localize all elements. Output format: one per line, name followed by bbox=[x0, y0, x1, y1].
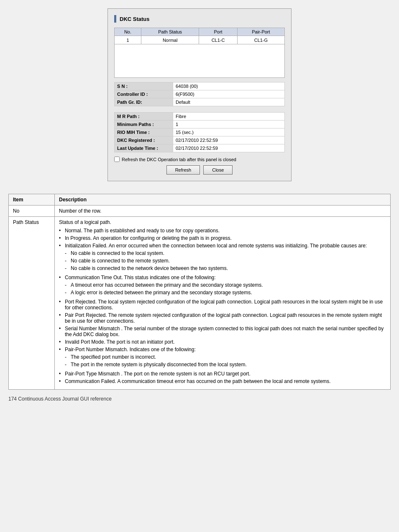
cell-path-status: Normal bbox=[141, 36, 199, 44]
info-row-dkc-registered: DKC Registered : 02/17/2010 22:52:59 bbox=[115, 136, 285, 144]
description-table: Item Description NoNumber of the row.Pat… bbox=[8, 194, 391, 390]
cell-no: 1 bbox=[115, 36, 141, 44]
desc-col-item: Item bbox=[9, 194, 55, 206]
cell-port: CL1-C bbox=[199, 36, 237, 44]
footer-text: 174 Continuous Access Journal GUI refere… bbox=[8, 396, 112, 402]
info-value-last-update: 02/17/2010 22:52:59 bbox=[173, 144, 285, 152]
panel-title-bar: DKC Status bbox=[114, 15, 285, 23]
list-item: Communication Failed. A communication ti… bbox=[59, 378, 386, 385]
desc-table-row: Path StatusStatus of a logical path.Norm… bbox=[9, 217, 391, 390]
info-row-controller-id: Controller ID : 6(F9500) bbox=[115, 90, 285, 98]
list-item: The port in the remote system is physica… bbox=[65, 361, 386, 368]
sub-list: The specified port number is incorrect.T… bbox=[65, 353, 386, 368]
refresh-checkbox[interactable] bbox=[114, 157, 120, 162]
refresh-checkbox-area[interactable]: Refresh the DKC Operation tab after this… bbox=[114, 157, 285, 162]
cell-pair-port: CL1-G bbox=[237, 36, 284, 44]
info-label-sn: S N : bbox=[115, 82, 173, 90]
info-value-min-paths: 1 bbox=[173, 121, 285, 129]
sub-list: A timeout error has occurred between the… bbox=[65, 281, 386, 296]
info-section-1: S N : 64038 (00) Controller ID : 6(F9500… bbox=[114, 82, 285, 106]
list-item: Communication Time Out. This status indi… bbox=[59, 274, 386, 298]
table-row: 1 Normal CL1-C CL1-G bbox=[115, 36, 285, 44]
info-row-last-update: Last Update Time : 02/17/2010 22:52:59 bbox=[115, 144, 285, 152]
list-item: Pair Port Rejected. The remote system re… bbox=[59, 311, 386, 325]
info-row-rio-mih: RIO MIH Time : 15 (sec.) bbox=[115, 129, 285, 136]
info-row-mr-path: M R Path : Fibre bbox=[115, 113, 285, 121]
list-item: Port Rejected. The local system rejected… bbox=[59, 298, 386, 311]
refresh-checkbox-label: Refresh the DKC Operation tab after this… bbox=[122, 157, 236, 162]
col-header-port: Port bbox=[199, 28, 237, 36]
desc-text: Number of the row. bbox=[59, 208, 386, 214]
desc-table-row: NoNumber of the row. bbox=[9, 206, 391, 217]
info-label-rio-mih: RIO MIH Time : bbox=[115, 129, 173, 136]
info-row-min-paths: Minimum Paths : 1 bbox=[115, 121, 285, 129]
info-value-mr-path: Fibre bbox=[173, 113, 285, 121]
info-section-2: M R Path : Fibre Minimum Paths : 1 RIO M… bbox=[114, 112, 285, 152]
info-value-controller-id: 6(F9500) bbox=[173, 90, 285, 98]
list-item: The specified port number is incorrect. bbox=[65, 353, 386, 361]
list-item: Pair-Port Number Mismatch. Indicates one… bbox=[59, 346, 386, 370]
bullet-list: Normal. The path is established and read… bbox=[59, 227, 386, 385]
desc-item-cell: Path Status bbox=[9, 217, 55, 390]
dkc-status-panel: DKC Status No. Path Status Port Pair-Por… bbox=[107, 8, 292, 181]
refresh-button[interactable]: Refresh bbox=[166, 165, 200, 175]
panel-title: DKC Status bbox=[120, 16, 150, 22]
list-item: No cable is connected to the remote syst… bbox=[65, 257, 386, 265]
info-row-sn: S N : 64038 (00) bbox=[115, 82, 285, 90]
sub-list: No cable is connected to the local syste… bbox=[65, 249, 386, 272]
desc-col-description: Description bbox=[55, 194, 391, 206]
col-header-pair-port: Pair-Port bbox=[237, 28, 284, 36]
list-item: No cable is connected to the local syste… bbox=[65, 249, 386, 257]
button-area: Refresh Close bbox=[114, 165, 285, 175]
list-item: No cable is connected to the network dev… bbox=[65, 265, 386, 272]
col-header-no: No. bbox=[115, 28, 141, 36]
list-item: Initialization Failed. An error occurred… bbox=[59, 242, 386, 274]
list-item: A timeout error has occurred between the… bbox=[65, 281, 386, 289]
close-button[interactable]: Close bbox=[203, 165, 233, 175]
info-row-path-gr-id: Path Gr. ID: Default bbox=[115, 98, 285, 106]
desc-item-cell: No bbox=[9, 206, 55, 217]
desc-text: Status of a logical path. bbox=[59, 219, 386, 225]
list-item: In Progress. An operation for configurin… bbox=[59, 234, 386, 242]
list-item: Pair-Port Type Mismatch . The port on th… bbox=[59, 370, 386, 378]
info-label-mr-path: M R Path : bbox=[115, 113, 173, 121]
path-table: No. Path Status Port Pair-Port 1 Normal … bbox=[114, 28, 285, 78]
info-label-dkc-registered: DKC Registered : bbox=[115, 136, 173, 144]
list-item: Serial Number Mismatch . The serial numb… bbox=[59, 325, 386, 338]
info-label-last-update: Last Update Time : bbox=[115, 144, 173, 152]
list-item: Invalid Port Mode. The port is not an in… bbox=[59, 338, 386, 346]
info-label-path-gr-id: Path Gr. ID: bbox=[115, 98, 173, 106]
info-value-path-gr-id: Default bbox=[173, 98, 285, 106]
info-label-min-paths: Minimum Paths : bbox=[115, 121, 173, 129]
col-header-path-status: Path Status bbox=[141, 28, 199, 36]
info-value-rio-mih: 15 (sec.) bbox=[173, 129, 285, 136]
info-label-controller-id: Controller ID : bbox=[115, 90, 173, 98]
info-value-sn: 64038 (00) bbox=[173, 82, 285, 90]
info-value-dkc-registered: 02/17/2010 22:52:59 bbox=[173, 136, 285, 144]
desc-description-cell: Number of the row. bbox=[55, 206, 391, 217]
page-footer: 174 Continuous Access Journal GUI refere… bbox=[8, 396, 391, 402]
list-item: Normal. The path is established and read… bbox=[59, 227, 386, 234]
list-item: A logic error is detected between the pr… bbox=[65, 289, 386, 296]
title-accent-bar bbox=[114, 15, 116, 23]
desc-description-cell: Status of a logical path.Normal. The pat… bbox=[55, 217, 391, 390]
